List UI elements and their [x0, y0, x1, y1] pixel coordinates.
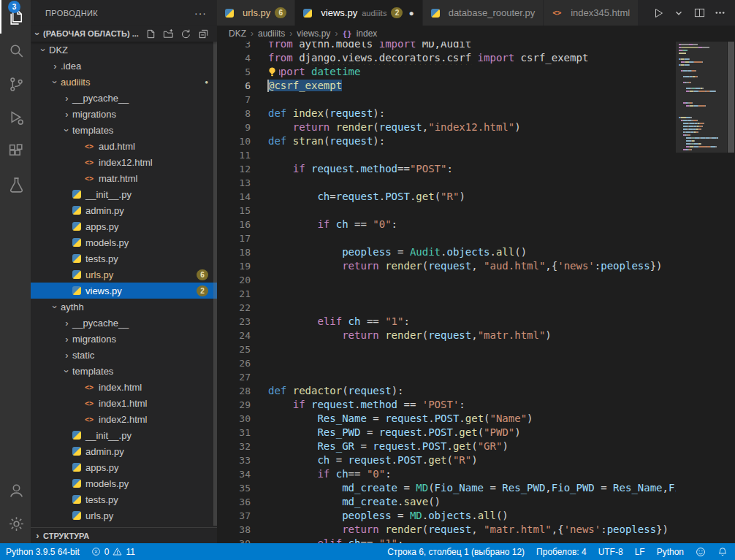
code-line-9[interactable]: 9 return render(request,"index12.html")	[217, 120, 676, 134]
code-line-16[interactable]: 16 if ch == "0":	[217, 218, 676, 231]
status-encoding[interactable]: UTF-8	[593, 543, 629, 560]
tree-item-admin-py[interactable]: ›admin.py	[31, 202, 217, 218]
tab-urls-py[interactable]: urls.py6	[217, 0, 294, 26]
code-line-28[interactable]: 28def redactor(request):	[217, 384, 676, 398]
breadcrumb-item[interactable]: views.py	[297, 28, 330, 39]
code-line-5[interactable]: 5import datetime	[217, 65, 676, 79]
tree-item--init-py[interactable]: ›__init__.py	[31, 186, 217, 202]
tree-item-index12-html[interactable]: ›index12.html	[31, 154, 217, 170]
collapse-all-icon[interactable]	[197, 27, 210, 40]
tree-item-admin-py[interactable]: ›admin.py	[31, 443, 217, 459]
tree-item--pycache-[interactable]: ›__pycache__	[31, 315, 217, 331]
status-indentation[interactable]: Пробелов: 4	[530, 543, 593, 560]
code-line-10[interactable]: 10def stran(request):	[217, 134, 676, 148]
sidebar-more-actions-icon[interactable]: ···	[194, 7, 207, 19]
tree-item-apps-py[interactable]: ›apps.py	[31, 459, 217, 475]
settings-icon[interactable]	[0, 507, 31, 540]
extensions-icon[interactable]	[0, 134, 31, 168]
tree-item-templates[interactable]: ›templates	[31, 363, 217, 379]
code-line-37[interactable]: 37 peopless = MD.objects.all()	[217, 509, 676, 523]
code-line-13[interactable]: 13	[217, 176, 676, 190]
tree-item-dkz[interactable]: ›DKZ	[31, 42, 217, 58]
code-line-29[interactable]: 29 if request.method == 'POST':	[217, 398, 676, 412]
status-eol[interactable]: LF	[629, 543, 651, 560]
account-icon[interactable]	[0, 473, 31, 507]
tab-index345-html[interactable]: index345.html	[544, 0, 638, 26]
tree-item--pycache-[interactable]: ›__pycache__	[31, 90, 217, 106]
run-debug-icon[interactable]	[0, 101, 31, 134]
run-icon[interactable]	[652, 7, 665, 20]
code-line-24[interactable]: 24 return render(request,"matr.html")	[217, 329, 676, 342]
tree-item-index-html[interactable]: ›index.html	[31, 379, 217, 395]
tree-item-models-py[interactable]: ›models.py	[31, 475, 217, 491]
breadcrumb-item[interactable]: DKZ	[229, 28, 246, 39]
more-actions-icon[interactable]	[713, 7, 726, 20]
code-line-11[interactable]: 11	[217, 148, 676, 162]
tree-item-index1-html[interactable]: ›index1.html	[31, 395, 217, 411]
dirty-indicator[interactable]: ●	[408, 8, 414, 18]
run-dropdown-icon[interactable]	[672, 7, 685, 20]
tab-database-roouter-py[interactable]: database_roouter.py	[423, 0, 544, 26]
search-icon[interactable]	[0, 34, 31, 67]
tree-item--init-py[interactable]: ›__init__.py	[31, 427, 217, 443]
code-line-19[interactable]: 19 return render(request, "aud.html",{'n…	[217, 259, 676, 273]
tree-item-urls-py[interactable]: ›urls.py6	[31, 266, 217, 283]
code-line-26[interactable]: 26	[217, 356, 676, 370]
code-line-23[interactable]: 23 elif ch == "1":	[217, 315, 676, 329]
tree-item-migrations[interactable]: ›migrations	[31, 331, 217, 347]
outline-section-header[interactable]: › СТРУКТУРА	[31, 527, 217, 543]
status-python-version[interactable]: Python 3.9.5 64-bit	[0, 543, 85, 560]
code-line-4[interactable]: 4from django.views.decorators.csrf impor…	[217, 51, 676, 65]
code-line-31[interactable]: 31 Res_PWD = request.POST.get("PWD")	[217, 426, 676, 440]
code-line-25[interactable]: 25	[217, 342, 676, 356]
feedback-icon[interactable]	[690, 543, 712, 560]
tree-item-models-py[interactable]: ›models.py	[31, 234, 217, 250]
code-line-20[interactable]: 20	[217, 273, 676, 287]
tree-item--idea[interactable]: ›.idea	[31, 58, 217, 74]
code-line-32[interactable]: 32 Res_GR = request.POST.get("GR")	[217, 440, 676, 453]
new-folder-icon[interactable]	[161, 27, 175, 40]
code-line-12[interactable]: 12 if request.method=="POST":	[217, 162, 676, 176]
tree-item-index2-html[interactable]: ›index2.html	[31, 411, 217, 427]
breadcrumb-item[interactable]: audiiits	[258, 28, 285, 39]
status-cursor-position[interactable]: Строка 6, столбец 1 (выбрано 12)	[381, 543, 530, 560]
tree-item-views-py[interactable]: ›views.py2	[31, 283, 217, 299]
refresh-icon[interactable]	[179, 27, 192, 40]
code-line-34[interactable]: 34 if ch== "0":	[217, 467, 676, 481]
notifications-bell-icon[interactable]	[712, 543, 735, 560]
minimap[interactable]	[676, 42, 727, 543]
tree-item-migrations[interactable]: ›migrations	[31, 106, 217, 122]
tree-item-matr-html[interactable]: ›matr.html	[31, 170, 217, 186]
split-editor-icon[interactable]	[693, 7, 706, 20]
tree-item-aud-html[interactable]: ›aud.html	[31, 138, 217, 154]
code-line-35[interactable]: 35 md_create = MD(Fio_Name = Res_PWD,Fio…	[217, 481, 676, 495]
tree-item-audiiits[interactable]: ›audiiits●	[31, 74, 217, 90]
tree-item-tests-py[interactable]: ›tests.py	[31, 491, 217, 507]
lightbulb-icon[interactable]	[265, 66, 279, 78]
tree-item-apps-py[interactable]: ›apps.py	[31, 218, 217, 234]
tree-item-static[interactable]: ›static	[31, 347, 217, 363]
code-line-30[interactable]: 30 Res_Name = request.POST.get("Name")	[217, 412, 676, 426]
tab-views-py[interactable]: views.pyaudiiits2●	[295, 0, 422, 26]
code-area[interactable]: 3from aythh.models import MD,Audit4from …	[217, 42, 735, 543]
scrollbar-thumb[interactable]	[728, 42, 734, 153]
code-line-22[interactable]: 22	[217, 301, 676, 315]
editor-scrollbar[interactable]	[727, 42, 735, 543]
tree-item-tests-py[interactable]: ›tests.py	[31, 250, 217, 266]
breadcrumb-symbol[interactable]: index	[357, 28, 378, 39]
code-line-15[interactable]: 15	[217, 204, 676, 218]
new-file-icon[interactable]	[144, 27, 157, 40]
tree-item-templates[interactable]: ›templates	[31, 122, 217, 138]
tree-item-aythh[interactable]: ›aythh	[31, 299, 217, 315]
testing-icon[interactable]	[0, 168, 31, 202]
code-line-3[interactable]: 3from aythh.models import MD,Audit	[217, 42, 676, 51]
tree-item-urls-py[interactable]: ›urls.py	[31, 507, 217, 523]
code-line-18[interactable]: 18 peopless = Audit.objects.all()	[217, 245, 676, 259]
code-line-21[interactable]: 21	[217, 287, 676, 301]
minimap-slider[interactable]	[676, 42, 727, 153]
code-line-17[interactable]: 17	[217, 231, 676, 245]
code-line-36[interactable]: 36 md_create.save()	[217, 495, 676, 509]
code-line-39[interactable]: 39 elif ch== "1":	[217, 537, 676, 543]
status-language[interactable]: Python	[651, 543, 690, 560]
breadcrumb[interactable]: DKZ›audiiits›views.py›{}index	[217, 26, 735, 42]
